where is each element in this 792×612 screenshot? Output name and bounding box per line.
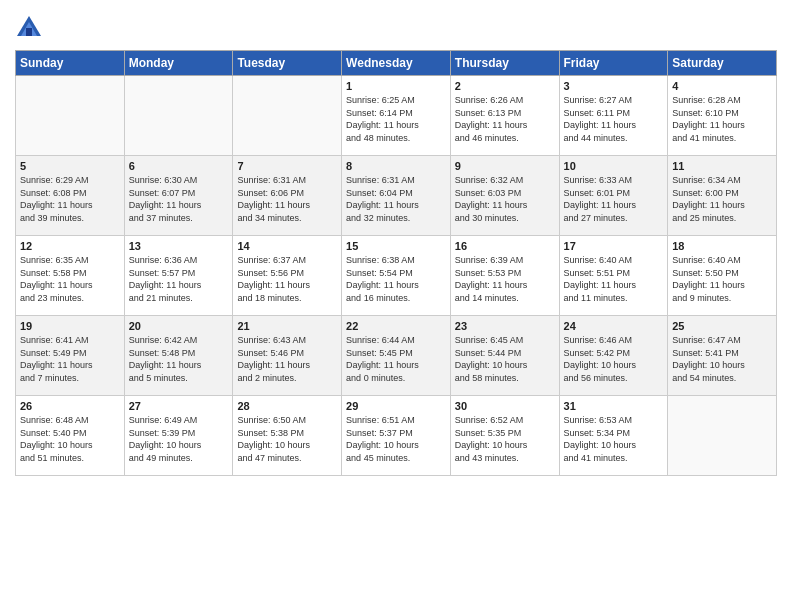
calendar-cell: 20Sunrise: 6:42 AM Sunset: 5:48 PM Dayli… xyxy=(124,316,233,396)
day-info: Sunrise: 6:38 AM Sunset: 5:54 PM Dayligh… xyxy=(346,254,446,304)
header xyxy=(15,10,777,42)
calendar-cell: 4Sunrise: 6:28 AM Sunset: 6:10 PM Daylig… xyxy=(668,76,777,156)
day-info: Sunrise: 6:45 AM Sunset: 5:44 PM Dayligh… xyxy=(455,334,555,384)
day-number: 18 xyxy=(672,240,772,252)
day-number: 3 xyxy=(564,80,664,92)
day-number: 16 xyxy=(455,240,555,252)
calendar-header-friday: Friday xyxy=(559,51,668,76)
day-info: Sunrise: 6:40 AM Sunset: 5:51 PM Dayligh… xyxy=(564,254,664,304)
calendar-cell: 14Sunrise: 6:37 AM Sunset: 5:56 PM Dayli… xyxy=(233,236,342,316)
calendar-cell xyxy=(16,76,125,156)
day-info: Sunrise: 6:30 AM Sunset: 6:07 PM Dayligh… xyxy=(129,174,229,224)
calendar-cell: 15Sunrise: 6:38 AM Sunset: 5:54 PM Dayli… xyxy=(342,236,451,316)
day-number: 23 xyxy=(455,320,555,332)
calendar-week-4: 19Sunrise: 6:41 AM Sunset: 5:49 PM Dayli… xyxy=(16,316,777,396)
day-number: 8 xyxy=(346,160,446,172)
calendar-cell: 1Sunrise: 6:25 AM Sunset: 6:14 PM Daylig… xyxy=(342,76,451,156)
day-number: 30 xyxy=(455,400,555,412)
day-info: Sunrise: 6:52 AM Sunset: 5:35 PM Dayligh… xyxy=(455,414,555,464)
day-info: Sunrise: 6:51 AM Sunset: 5:37 PM Dayligh… xyxy=(346,414,446,464)
day-info: Sunrise: 6:44 AM Sunset: 5:45 PM Dayligh… xyxy=(346,334,446,384)
calendar-cell: 29Sunrise: 6:51 AM Sunset: 5:37 PM Dayli… xyxy=(342,396,451,476)
day-number: 29 xyxy=(346,400,446,412)
calendar-cell: 7Sunrise: 6:31 AM Sunset: 6:06 PM Daylig… xyxy=(233,156,342,236)
day-number: 6 xyxy=(129,160,229,172)
day-number: 2 xyxy=(455,80,555,92)
calendar-cell: 22Sunrise: 6:44 AM Sunset: 5:45 PM Dayli… xyxy=(342,316,451,396)
day-info: Sunrise: 6:29 AM Sunset: 6:08 PM Dayligh… xyxy=(20,174,120,224)
calendar-week-5: 26Sunrise: 6:48 AM Sunset: 5:40 PM Dayli… xyxy=(16,396,777,476)
day-info: Sunrise: 6:34 AM Sunset: 6:00 PM Dayligh… xyxy=(672,174,772,224)
day-number: 10 xyxy=(564,160,664,172)
calendar-cell: 2Sunrise: 6:26 AM Sunset: 6:13 PM Daylig… xyxy=(450,76,559,156)
day-number: 31 xyxy=(564,400,664,412)
page: SundayMondayTuesdayWednesdayThursdayFrid… xyxy=(0,0,792,612)
day-info: Sunrise: 6:50 AM Sunset: 5:38 PM Dayligh… xyxy=(237,414,337,464)
calendar-header-monday: Monday xyxy=(124,51,233,76)
calendar-cell xyxy=(668,396,777,476)
day-info: Sunrise: 6:28 AM Sunset: 6:10 PM Dayligh… xyxy=(672,94,772,144)
calendar-cell: 9Sunrise: 6:32 AM Sunset: 6:03 PM Daylig… xyxy=(450,156,559,236)
calendar-cell: 24Sunrise: 6:46 AM Sunset: 5:42 PM Dayli… xyxy=(559,316,668,396)
day-info: Sunrise: 6:41 AM Sunset: 5:49 PM Dayligh… xyxy=(20,334,120,384)
calendar-cell: 13Sunrise: 6:36 AM Sunset: 5:57 PM Dayli… xyxy=(124,236,233,316)
calendar-cell: 31Sunrise: 6:53 AM Sunset: 5:34 PM Dayli… xyxy=(559,396,668,476)
calendar-header-thursday: Thursday xyxy=(450,51,559,76)
day-number: 27 xyxy=(129,400,229,412)
calendar-cell: 5Sunrise: 6:29 AM Sunset: 6:08 PM Daylig… xyxy=(16,156,125,236)
day-info: Sunrise: 6:40 AM Sunset: 5:50 PM Dayligh… xyxy=(672,254,772,304)
calendar-cell xyxy=(233,76,342,156)
day-info: Sunrise: 6:26 AM Sunset: 6:13 PM Dayligh… xyxy=(455,94,555,144)
calendar-week-2: 5Sunrise: 6:29 AM Sunset: 6:08 PM Daylig… xyxy=(16,156,777,236)
calendar-cell: 26Sunrise: 6:48 AM Sunset: 5:40 PM Dayli… xyxy=(16,396,125,476)
calendar-header-row: SundayMondayTuesdayWednesdayThursdayFrid… xyxy=(16,51,777,76)
day-number: 19 xyxy=(20,320,120,332)
svg-rect-2 xyxy=(26,28,32,36)
day-number: 4 xyxy=(672,80,772,92)
day-number: 1 xyxy=(346,80,446,92)
day-info: Sunrise: 6:46 AM Sunset: 5:42 PM Dayligh… xyxy=(564,334,664,384)
calendar-header-sunday: Sunday xyxy=(16,51,125,76)
calendar-cell: 6Sunrise: 6:30 AM Sunset: 6:07 PM Daylig… xyxy=(124,156,233,236)
day-info: Sunrise: 6:31 AM Sunset: 6:04 PM Dayligh… xyxy=(346,174,446,224)
day-number: 11 xyxy=(672,160,772,172)
day-number: 26 xyxy=(20,400,120,412)
day-info: Sunrise: 6:53 AM Sunset: 5:34 PM Dayligh… xyxy=(564,414,664,464)
calendar-cell: 30Sunrise: 6:52 AM Sunset: 5:35 PM Dayli… xyxy=(450,396,559,476)
calendar-week-3: 12Sunrise: 6:35 AM Sunset: 5:58 PM Dayli… xyxy=(16,236,777,316)
calendar-header-wednesday: Wednesday xyxy=(342,51,451,76)
day-info: Sunrise: 6:49 AM Sunset: 5:39 PM Dayligh… xyxy=(129,414,229,464)
calendar-cell: 10Sunrise: 6:33 AM Sunset: 6:01 PM Dayli… xyxy=(559,156,668,236)
calendar-week-1: 1Sunrise: 6:25 AM Sunset: 6:14 PM Daylig… xyxy=(16,76,777,156)
day-info: Sunrise: 6:33 AM Sunset: 6:01 PM Dayligh… xyxy=(564,174,664,224)
calendar-cell: 28Sunrise: 6:50 AM Sunset: 5:38 PM Dayli… xyxy=(233,396,342,476)
day-number: 17 xyxy=(564,240,664,252)
logo xyxy=(15,14,47,42)
logo-icon xyxy=(15,14,43,42)
day-number: 7 xyxy=(237,160,337,172)
day-info: Sunrise: 6:32 AM Sunset: 6:03 PM Dayligh… xyxy=(455,174,555,224)
calendar-table: SundayMondayTuesdayWednesdayThursdayFrid… xyxy=(15,50,777,476)
day-number: 22 xyxy=(346,320,446,332)
day-number: 5 xyxy=(20,160,120,172)
calendar-cell: 21Sunrise: 6:43 AM Sunset: 5:46 PM Dayli… xyxy=(233,316,342,396)
calendar-cell: 3Sunrise: 6:27 AM Sunset: 6:11 PM Daylig… xyxy=(559,76,668,156)
calendar-header-saturday: Saturday xyxy=(668,51,777,76)
day-number: 9 xyxy=(455,160,555,172)
day-info: Sunrise: 6:31 AM Sunset: 6:06 PM Dayligh… xyxy=(237,174,337,224)
calendar-cell: 17Sunrise: 6:40 AM Sunset: 5:51 PM Dayli… xyxy=(559,236,668,316)
calendar-cell: 27Sunrise: 6:49 AM Sunset: 5:39 PM Dayli… xyxy=(124,396,233,476)
calendar-cell: 18Sunrise: 6:40 AM Sunset: 5:50 PM Dayli… xyxy=(668,236,777,316)
day-info: Sunrise: 6:42 AM Sunset: 5:48 PM Dayligh… xyxy=(129,334,229,384)
day-number: 24 xyxy=(564,320,664,332)
day-number: 28 xyxy=(237,400,337,412)
calendar-cell: 19Sunrise: 6:41 AM Sunset: 5:49 PM Dayli… xyxy=(16,316,125,396)
day-info: Sunrise: 6:37 AM Sunset: 5:56 PM Dayligh… xyxy=(237,254,337,304)
day-number: 14 xyxy=(237,240,337,252)
calendar-cell: 25Sunrise: 6:47 AM Sunset: 5:41 PM Dayli… xyxy=(668,316,777,396)
day-number: 25 xyxy=(672,320,772,332)
calendar-cell: 16Sunrise: 6:39 AM Sunset: 5:53 PM Dayli… xyxy=(450,236,559,316)
day-info: Sunrise: 6:48 AM Sunset: 5:40 PM Dayligh… xyxy=(20,414,120,464)
calendar-cell: 23Sunrise: 6:45 AM Sunset: 5:44 PM Dayli… xyxy=(450,316,559,396)
calendar-header-tuesday: Tuesday xyxy=(233,51,342,76)
